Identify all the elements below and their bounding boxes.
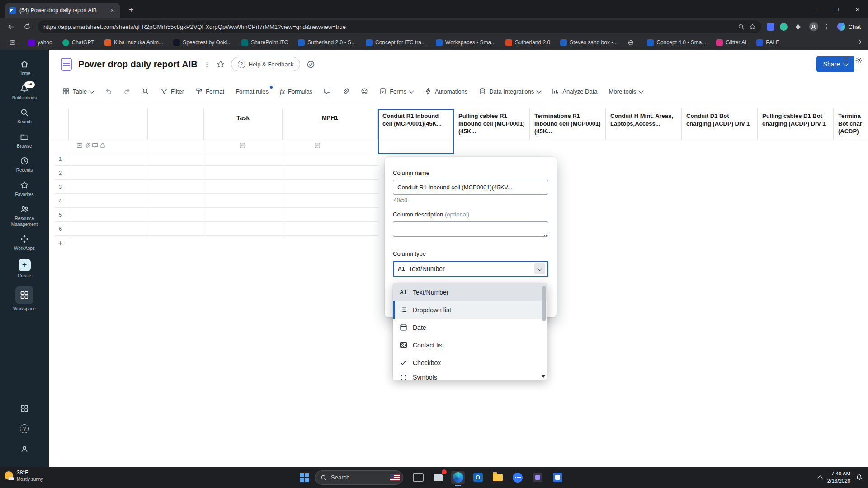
column-header-conduit-d1[interactable]: Conduit D1 Bot charging (ACDP) Drv 1	[682, 109, 758, 140]
help-icon[interactable]	[20, 424, 29, 433]
taskbar-app-file-explorer[interactable]	[491, 471, 505, 484]
browser-tab[interactable]: (54) Power drop daily report AIB	[5, 3, 120, 18]
sidebar-item-workspace[interactable]: Workspace	[0, 282, 51, 316]
menu-item-dropdown-list[interactable]: Dropdown list	[393, 301, 547, 319]
taskbar-app-outlook[interactable]	[471, 471, 485, 484]
new-tab-button[interactable]	[127, 5, 136, 14]
browser-profile-avatar[interactable]	[809, 22, 818, 31]
bookmark[interactable]: PALE	[756, 39, 779, 46]
column-header-terminations-r1[interactable]: Terminations R1 Inbound cell (MCP0001)(4…	[530, 109, 606, 140]
menu-item-date[interactable]: Date	[393, 319, 547, 336]
automations-button[interactable]: Automations	[425, 88, 467, 95]
apps-grid-icon[interactable]	[20, 404, 28, 413]
grid-row[interactable]: 2	[55, 166, 378, 180]
bookmark[interactable]: Glitter AI	[716, 39, 746, 46]
bookmark[interactable]: Speedtest by Ookl...	[173, 39, 231, 46]
sidebar-item-create[interactable]: Create	[0, 255, 51, 283]
sidebar-item-notifications[interactable]: 54 Notifications	[0, 80, 51, 105]
account-icon[interactable]	[20, 445, 28, 453]
notification-center-icon[interactable]	[856, 474, 863, 481]
reload-button[interactable]	[22, 21, 33, 32]
sheet-menu-icon[interactable]	[204, 61, 210, 68]
taskbar-app-dark[interactable]	[531, 471, 544, 484]
chat-button[interactable]: Chat	[835, 23, 863, 31]
formulas-button[interactable]: Formulas	[280, 88, 312, 95]
taskbar-app-edge[interactable]	[451, 471, 465, 484]
bookmark[interactable]	[627, 39, 637, 46]
bookmark-star-icon[interactable]	[749, 23, 756, 30]
window-maximize-button[interactable]	[826, 0, 847, 18]
grid-row[interactable]: 4	[55, 194, 378, 208]
add-row-button[interactable]	[55, 236, 378, 250]
help-feedback-button[interactable]: Help & Feedback	[231, 57, 301, 71]
select-chevron-button[interactable]	[534, 263, 545, 274]
bookmark[interactable]: Concept for ITC tra...	[366, 39, 426, 46]
bookmark-yahoo[interactable]: yahoo	[28, 39, 52, 46]
view-switcher-table[interactable]: Table	[62, 88, 94, 95]
comments-button[interactable]	[324, 88, 331, 95]
browser-menu-icon[interactable]	[824, 23, 830, 30]
bookmark[interactable]: Workspaces - Sma...	[436, 39, 495, 46]
grid-row[interactable]: 3	[55, 180, 378, 194]
sidebar-item-workapps[interactable]: WorkApps	[0, 231, 51, 255]
format-button[interactable]: Format	[195, 88, 224, 95]
column-type-select[interactable]: Text/Number	[393, 261, 548, 277]
more-tools-button[interactable]: More tools	[609, 88, 643, 95]
column-header-conduit-h[interactable]: Conduit H Mint. Areas, Laptops,Access...	[606, 109, 682, 140]
search-button[interactable]	[142, 88, 149, 95]
grid-row[interactable]: 1	[55, 152, 378, 166]
extension-icon[interactable]	[767, 23, 774, 31]
tray-overflow-icon[interactable]	[817, 475, 822, 480]
bookmark-chatgpt[interactable]: ChatGPT	[62, 39, 94, 46]
window-minimize-button[interactable]	[806, 0, 826, 18]
bookmark[interactable]: Sutherland 2.0 - S...	[298, 39, 356, 46]
data-integrations-button[interactable]: Data Integrations	[479, 88, 541, 95]
bookmark[interactable]: Kiba Inuzuka Anim...	[104, 39, 163, 46]
taskbar-app-teams[interactable]	[511, 471, 524, 484]
format-rules-button[interactable]: Format rules	[236, 88, 269, 95]
menu-item-checkbox[interactable]: Checkbox	[393, 354, 547, 371]
sidebar-item-resource-management[interactable]: Resource Management	[0, 201, 51, 231]
back-button[interactable]	[5, 21, 16, 32]
column-header-pulling-cables-d1[interactable]: Pulling cables D1 Bot charging (ACDP) Dr…	[758, 109, 834, 140]
grid-row[interactable]: 5	[55, 208, 378, 222]
bookmark[interactable]: SharePoint ITC	[241, 39, 288, 46]
weather-widget[interactable]: 38°F Mostly sunny	[5, 469, 43, 482]
sidebar-item-search[interactable]: Search	[0, 104, 51, 129]
bookmark[interactable]: Sutherland 2.0	[505, 39, 550, 46]
sidebar-item-favorites[interactable]: Favorites	[0, 177, 51, 202]
bookmark[interactable]: Steves sand box -...	[560, 39, 618, 46]
taskbar-search[interactable]: Search	[315, 470, 403, 485]
grid-row[interactable]: 6	[55, 222, 378, 236]
zoom-icon[interactable]	[738, 23, 745, 30]
window-close-button[interactable]	[847, 0, 868, 18]
column-header-conduit-r1[interactable]: Conduit R1 Inbound cell (MCP0001)(45K...	[378, 109, 454, 140]
undo-button[interactable]	[105, 88, 112, 95]
menu-scrollbar[interactable]	[542, 286, 546, 321]
extension-icon[interactable]	[780, 23, 788, 31]
column-header-mph1[interactable]: MPH1	[283, 109, 378, 140]
taskbar-clock[interactable]: 7:40 AM 2/16/2026	[827, 470, 850, 484]
column-name-input[interactable]	[393, 180, 548, 195]
activity-log-button[interactable]	[842, 56, 849, 64]
taskbar-app-blue[interactable]	[551, 471, 564, 484]
column-description-input[interactable]	[393, 221, 548, 237]
start-button[interactable]	[300, 473, 309, 482]
taskbar-app-terminal[interactable]	[411, 471, 425, 484]
analyze-data-button[interactable]: Analyze Data	[552, 88, 597, 95]
sidebar-item-home[interactable]: Home	[0, 56, 51, 80]
column-header-pulling-cables-r1[interactable]: Pulling cables R1 Inbound cell (MCP0001)…	[454, 109, 530, 140]
settings-gear-icon[interactable]	[855, 56, 863, 64]
menu-item-text-number[interactable]: Text/Number	[393, 283, 547, 301]
sidebar-item-recents[interactable]: Recents	[0, 153, 51, 177]
scroll-down-icon[interactable]	[542, 375, 545, 378]
column-header[interactable]	[148, 109, 204, 140]
column-header-task[interactable]: Task	[204, 109, 283, 140]
forms-button[interactable]: Forms	[379, 88, 413, 95]
menu-item-contact-list[interactable]: Contact list	[393, 336, 547, 354]
sidebar-item-browse[interactable]: Browse	[0, 129, 51, 153]
menu-item-symbols[interactable]: Symbols	[393, 371, 547, 380]
filter-button[interactable]: Filter	[160, 88, 184, 95]
proofs-button[interactable]	[361, 88, 368, 95]
favorite-star-icon[interactable]	[217, 60, 225, 68]
